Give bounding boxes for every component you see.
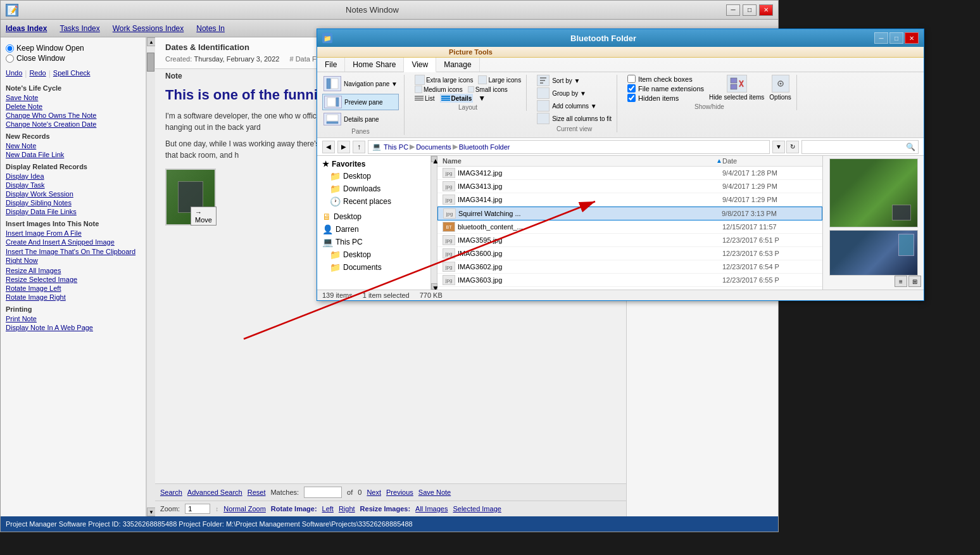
large-icons-button[interactable]: Large icons (478, 75, 521, 85)
sidebar-insert-clipboard[interactable]: Insert The Image That's On The Clipboard… (1, 246, 146, 266)
layout-dropdown-arrow[interactable]: ▼ (478, 94, 486, 103)
undo-button[interactable]: Undo (6, 69, 22, 78)
sidebar-display-sibling-notes[interactable]: Display Sibling Notes (1, 198, 146, 207)
group-by-button[interactable]: Group by ▼ (537, 87, 612, 99)
move-button[interactable]: → Move (191, 207, 217, 226)
extra-large-icons-button[interactable]: Extra large icons (415, 75, 473, 85)
rotate-left-link[interactable]: Left (322, 505, 334, 513)
advanced-search-link[interactable]: Advanced Search (187, 488, 242, 496)
date-column-header[interactable]: Date (722, 157, 817, 165)
spell-check-button[interactable]: Spell Check (53, 69, 91, 78)
normal-zoom-link[interactable]: Normal Zoom (223, 505, 266, 513)
refresh-button[interactable]: ↻ (786, 141, 799, 153)
scrollbar-track[interactable] (147, 46, 155, 507)
sidebar-new-data-file-link[interactable]: New Data File Link (1, 150, 146, 159)
search-input[interactable] (304, 487, 342, 498)
file-name-extensions-checkbox[interactable]: File name extensions (627, 84, 704, 92)
close-window-radio[interactable]: Close Window (6, 54, 141, 63)
ribbon-tab-view[interactable]: View (404, 58, 436, 72)
search-link[interactable]: Search (160, 488, 182, 496)
save-note-search-bar[interactable]: Save Note (418, 488, 451, 496)
sidebar-change-creation-date[interactable]: Change Note's Creation Date (1, 120, 146, 129)
sidebar-save-note[interactable]: Save Note (1, 93, 146, 102)
sidebar-delete-note[interactable]: Delete Note (1, 102, 146, 111)
zoom-input[interactable] (185, 504, 210, 514)
file-row-imag3412[interactable]: jpg IMAG3412.jpg 9/4/2017 1:28 PM (437, 167, 822, 180)
previous-link[interactable]: Previous (386, 488, 413, 496)
tree-scroll-track[interactable] (431, 162, 437, 283)
tab-work-sessions-index[interactable]: Work Sessions Index (113, 24, 184, 33)
sort-by-button[interactable]: Sort by ▼ (537, 75, 612, 86)
sidebar-create-snipped[interactable]: Create And Insert A Snipped Image (1, 238, 146, 246)
medium-icons-button[interactable]: Medium icons (415, 86, 463, 93)
forward-button[interactable]: ▶ (337, 141, 350, 153)
view-tiles-button[interactable]: ⊞ (908, 276, 921, 287)
tree-scroll-down[interactable]: ▼ (431, 283, 437, 290)
tree-documents[interactable]: 📁 Documents (320, 261, 428, 274)
up-button[interactable]: ↑ (353, 141, 365, 153)
sidebar-scrollbar[interactable]: ▲ ▼ (146, 37, 155, 516)
sidebar-display-idea[interactable]: Display Idea (1, 172, 146, 181)
name-column-header[interactable]: Name (443, 157, 716, 165)
tree-scrollbar[interactable]: ▲ ▼ (431, 156, 437, 290)
sidebar-rotate-left[interactable]: Rotate Image Left (1, 284, 146, 293)
scrollbar-thumb[interactable] (147, 53, 154, 72)
tree-downloads[interactable]: 📁 Downloads (320, 182, 428, 195)
hidden-items-checkbox[interactable]: Hidden items (627, 94, 704, 102)
all-images-link[interactable]: All Images (415, 505, 448, 513)
sidebar-display-task[interactable]: Display Task (1, 181, 146, 189)
file-row-imag3413[interactable]: jpg IMAG3413.jpg 9/4/2017 1:29 PM (437, 180, 822, 193)
path-this-pc[interactable]: This PC (384, 143, 408, 151)
file-row-squirrel[interactable]: jpg Squirrel Watching ... 9/8/2017 3:13 … (437, 207, 822, 220)
item-check-boxes-checkbox[interactable]: Item check boxes (627, 75, 704, 83)
sidebar-resize-selected[interactable]: Resize Selected Image (1, 275, 146, 284)
scrollbar-up-arrow[interactable]: ▲ (147, 37, 156, 46)
notes-restore-button[interactable]: □ (743, 4, 757, 16)
bluetooth-close-button[interactable]: ✕ (905, 32, 919, 44)
navigation-pane-button[interactable]: Navigation pane ▼ (322, 75, 399, 92)
options-button[interactable]: Options (769, 75, 791, 102)
add-columns-button[interactable]: Add columns ▼ (537, 100, 612, 112)
file-row-imag3595[interactable]: jpg IMAG3595.jpg 12/23/2017 6:51 P (437, 234, 822, 247)
sidebar-insert-from-file[interactable]: Insert Image From A File (1, 229, 146, 238)
file-row-imag3600[interactable]: jpg IMAG3600.jpg 12/23/2017 6:53 P (437, 247, 822, 260)
bluetooth-minimize-button[interactable]: ─ (874, 32, 888, 44)
file-row-imag3414[interactable]: jpg IMAG3414.jpg 9/4/2017 1:29 PM (437, 193, 822, 207)
rotate-right-link[interactable]: Right (339, 505, 355, 513)
tree-recent-places[interactable]: 🕐 Recent places (320, 195, 428, 208)
file-row-imag3602[interactable]: jpg IMAG3602.jpg 12/23/2017 6:54 P (437, 260, 822, 274)
tab-notes-in[interactable]: Notes In (196, 24, 225, 33)
sidebar-change-owner[interactable]: Change Who Owns The Note (1, 111, 146, 120)
bluetooth-restore-button[interactable]: □ (889, 32, 903, 44)
keep-window-open-radio[interactable]: Keep Window Open (6, 44, 141, 53)
small-icons-button[interactable]: Small icons (468, 86, 508, 93)
selected-image-link[interactable]: Selected Image (453, 505, 501, 513)
address-dropdown-button[interactable]: ▼ (772, 141, 785, 153)
sidebar-print-note[interactable]: Print Note (1, 314, 146, 323)
sidebar-display-data-file-links[interactable]: Display Data File Links (1, 207, 146, 216)
sidebar-display-web[interactable]: Display Note In A Web Page (1, 323, 146, 332)
path-bluetooth-folder[interactable]: Bluetooth Folder (459, 143, 510, 151)
file-row-bluetooth-content[interactable]: BT bluetooth_content_... 12/15/2017 11:5… (437, 220, 822, 234)
tree-desktop-3[interactable]: 📁 Desktop (320, 248, 428, 261)
back-button[interactable]: ◀ (322, 141, 335, 153)
ribbon-tab-file[interactable]: File (317, 58, 345, 72)
preview-pane-button[interactable]: Preview pane (322, 94, 399, 110)
view-list-button[interactable]: ≡ (895, 276, 907, 287)
search-bluetooth-input[interactable] (802, 143, 903, 151)
next-link[interactable]: Next (367, 488, 381, 496)
tree-darren[interactable]: 👤 Darren (320, 223, 428, 236)
sidebar-resize-all[interactable]: Resize All Images (1, 266, 146, 275)
path-documents[interactable]: Documents (416, 143, 451, 151)
notes-close-button[interactable]: ✕ (759, 4, 773, 16)
notes-minimize-button[interactable]: ─ (726, 4, 740, 16)
sidebar-rotate-right[interactable]: Rotate Image Right (1, 293, 146, 302)
favorites-section[interactable]: ★ Favorites (320, 158, 428, 170)
tab-ideas-index[interactable]: Ideas Index (6, 24, 47, 33)
file-row-imag3603[interactable]: jpg IMAG3603.jpg 12/23/2017 6:55 P (437, 274, 822, 287)
tree-desktop-1[interactable]: 📁 Desktop (320, 170, 428, 182)
hide-selected-button[interactable]: Hide selected items (709, 75, 764, 102)
tab-tasks-index[interactable]: Tasks Index (60, 24, 99, 33)
reset-link[interactable]: Reset (248, 488, 266, 496)
tree-desktop-2[interactable]: 🖥 Desktop (320, 210, 428, 223)
